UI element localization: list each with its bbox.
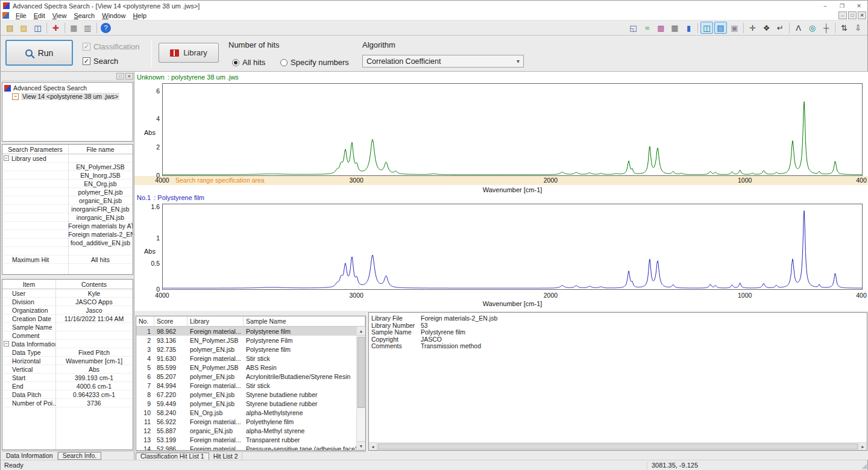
palette-icon[interactable]: ▩	[655, 22, 667, 34]
hit-list-row[interactable]: 959.449polymer_EN.jsbStyrene butadiene r…	[136, 399, 365, 408]
data-info-row: Number of Poi...3736	[2, 399, 133, 407]
tab-classification-hit-list-1[interactable]: Classification Hit List 1	[136, 453, 209, 460]
scroll-down-icon[interactable]: ▼	[357, 441, 365, 450]
close-button[interactable]: ✕	[851, 1, 867, 11]
scroll-left-icon[interactable]: ◄	[369, 443, 377, 450]
mdi-minimize-button[interactable]: –	[838, 11, 847, 19]
hit-list-row[interactable]: 1156.922Foreign material...Polyethylene …	[136, 417, 365, 426]
item-value: Wavenumber [cm-1]	[55, 357, 133, 365]
menu-view[interactable]: View	[49, 11, 71, 20]
hit-list-header: No. Score Library Sample Name	[136, 316, 365, 327]
hit-list-row[interactable]: 867.220polymer_EN.jsbStyrene butadiene r…	[136, 390, 365, 399]
hit-list-row[interactable]: 491.630Foreign material...Stir stick	[136, 354, 365, 363]
open-folder-icon[interactable]: ▨	[17, 22, 30, 34]
overlay-view-icon[interactable]: ◫	[700, 22, 713, 34]
menu-window[interactable]: Window	[98, 11, 129, 20]
auto-scale-icon[interactable]: ◎	[806, 22, 819, 34]
print-icon[interactable]: ▦	[68, 22, 80, 34]
float-panel-button[interactable]: □	[116, 73, 124, 80]
app-icon	[3, 2, 10, 9]
peak-pick-icon[interactable]: Λ	[792, 22, 805, 34]
tree-view-node[interactable]: ~ View 14 <polystyrene 38 um .jws>	[2, 92, 133, 101]
library-file-name: organic_EN.jsb	[68, 197, 133, 204]
horizontal-scrollbar[interactable]: ◄ ►	[369, 442, 867, 450]
resize-grip[interactable]: ◢	[862, 462, 867, 470]
all-hits-radio[interactable]	[232, 59, 239, 66]
swap-axes-icon[interactable]: ⇅	[838, 22, 851, 34]
hit-list-row[interactable]: 293.136EN_Polymer.JSBPolystyrene Film	[136, 336, 365, 345]
col-library[interactable]: Library	[187, 316, 244, 326]
scroll-right-icon[interactable]: ►	[858, 443, 867, 450]
mdi-close-button[interactable]: ✕	[858, 11, 866, 19]
toolbar-separator	[697, 23, 698, 33]
col-no[interactable]: No.	[136, 316, 154, 326]
item-label: Creation Date	[12, 315, 51, 322]
col-sample-name[interactable]: Sample Name	[244, 316, 365, 326]
restore-button[interactable]: ❐	[834, 1, 851, 11]
undo-zoom-icon[interactable]: ↵	[774, 22, 787, 34]
tab-data-information[interactable]: Data Information	[2, 452, 58, 460]
collapse-toggle-icon[interactable]: −	[4, 341, 9, 346]
collapse-toggle-icon[interactable]: −	[4, 155, 9, 161]
copy-icon[interactable]: ▥	[81, 22, 94, 34]
tab-hit-list-2[interactable]: Hit List 2	[209, 453, 243, 460]
spectra-search-icon[interactable]: ✚	[49, 22, 62, 34]
move-tool-icon[interactable]: ✛	[746, 22, 759, 34]
col-score[interactable]: Score	[154, 316, 187, 326]
save-icon[interactable]: ◫	[31, 22, 44, 34]
search-range-band[interactable]: Search range specification area 40003000…	[134, 176, 868, 185]
menu-file[interactable]: File	[12, 11, 30, 20]
data-information-table: Item Contents UserKyleDivisionJASCO Apps…	[2, 279, 133, 450]
menu-edit[interactable]: Edit	[30, 11, 49, 20]
minimize-button[interactable]: –	[817, 1, 834, 11]
library-book-icon	[170, 49, 179, 57]
scroll-up-icon[interactable]: ▲	[357, 327, 365, 336]
hit-spectrum-plot[interactable]	[162, 204, 863, 290]
menu-help[interactable]: Help	[129, 11, 150, 20]
hit-list-row[interactable]: 685.207polymer_EN.jsbAcrylonitrile/Butad…	[136, 372, 365, 381]
number-of-hits-label: Number of hits	[228, 40, 280, 49]
scrollbar-thumb[interactable]	[357, 337, 365, 408]
hit-list-row[interactable]: 784.994Foreign material...Stir stick	[136, 381, 365, 390]
spectrum-curve	[163, 84, 862, 175]
hit-details-panel: Library FileForeign materials-2_EN.jsbLi…	[368, 312, 867, 451]
item-value: 4000.6 cm-1	[55, 383, 133, 390]
unknown-spectrum-plot[interactable]	[162, 83, 863, 176]
scale-tool-icon[interactable]: ❖	[760, 22, 773, 34]
classification-checkbox[interactable]: ✓	[83, 43, 90, 51]
chart-bars-icon[interactable]: ▮	[682, 22, 695, 34]
stack-view-icon[interactable]: ▤	[714, 22, 727, 34]
scroll-down-icon[interactable]: ⇩	[852, 22, 864, 34]
scrollbar-thumb[interactable]	[378, 443, 858, 450]
spectrum-view-icon[interactable]: ≈	[641, 22, 653, 34]
specify-numbers-radio[interactable]	[280, 59, 288, 66]
detail-value: Polystyrene film	[421, 329, 465, 336]
run-button[interactable]: Run	[5, 40, 73, 66]
crosshair-icon[interactable]: ┼	[820, 22, 832, 34]
snapshot-icon[interactable]: ▣	[728, 22, 741, 34]
data-info-row: Creation Date11/16/2022 11:04 AM	[2, 315, 133, 323]
search-checkbox[interactable]: ✓	[83, 57, 90, 65]
unknown-label: Unknown	[137, 74, 165, 81]
hit-list-row[interactable]: 1452.986Foreign material...Pressure-sens…	[136, 444, 365, 451]
hit-list-row[interactable]: 585.599EN_Polymer.JSBABS Resin	[136, 363, 365, 372]
hit-list-row[interactable]: 198.962Foreign material...Polystyrene fi…	[136, 327, 365, 336]
item-value: JASCO Apps	[55, 298, 133, 306]
hit-list-row[interactable]: 1255.887organic_EN.jsbalpha-Methyl styre…	[136, 426, 365, 435]
hit-list-row[interactable]: 392.735polymer_EN.jsbPolystyrene film	[136, 345, 365, 354]
tab-search-info[interactable]: Search Info.	[58, 452, 102, 460]
window-layout-icon[interactable]: ◱	[627, 22, 640, 34]
help-icon[interactable]: ?	[101, 23, 111, 33]
spectrum-curve	[163, 204, 862, 289]
tree-root-node[interactable]: Advanced Spectra Search	[2, 84, 133, 92]
mdi-restore-button[interactable]: □	[848, 11, 857, 19]
close-panel-button[interactable]: ✕	[125, 73, 133, 80]
hit-list-row[interactable]: 1058.240EN_Org.jsbalpha-Methylstyrene	[136, 408, 365, 417]
hit-list-row[interactable]: 1353.199Foreign material...Transparent r…	[136, 435, 365, 444]
open-project-icon[interactable]: ▤	[4, 22, 16, 34]
algorithm-select[interactable]: Correlation Coefficient ▾	[362, 55, 524, 67]
data-table-icon[interactable]: ▦	[668, 22, 681, 34]
vertical-scrollbar[interactable]: ▲ ▼	[356, 327, 365, 450]
menu-search[interactable]: Search	[70, 11, 98, 20]
library-button[interactable]: Library	[159, 43, 219, 63]
